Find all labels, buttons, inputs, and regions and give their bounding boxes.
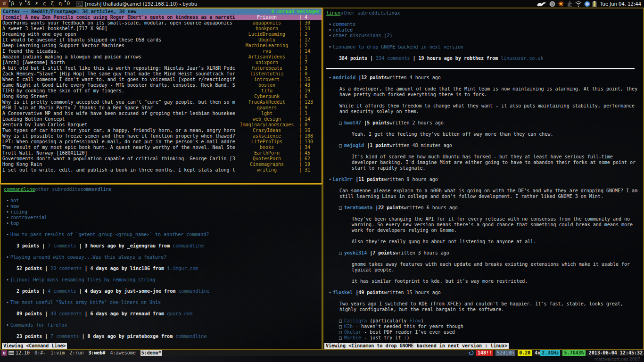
nav-link-other-discussions-2-[interactable]: other discussions (2) xyxy=(333,33,392,38)
tmux-window-5demo[interactable]: 5:demo* xyxy=(140,350,162,356)
sort-link-top[interactable]: top xyxy=(10,221,19,226)
post-source-link[interactable]: commandline xyxy=(173,243,204,248)
puzzle-icon[interactable] xyxy=(567,1,573,7)
post-link[interactable]: Commands for firefox xyxy=(10,322,67,328)
post-comments-link[interactable]: 4 comments xyxy=(48,288,76,294)
article-row[interactable]: A Conservative MP and his wife have been… xyxy=(1,111,322,116)
bird-icon[interactable] xyxy=(537,1,547,7)
article-row[interactable]: I set out to write, edit, and publish a … xyxy=(1,167,322,173)
article-row[interactable]: Why is it possible to freeze semen and t… xyxy=(1,133,322,139)
battery-icon[interactable] xyxy=(593,1,596,7)
article-row[interactable]: Dreaming with one eye openLucidDreaming|… xyxy=(1,32,322,37)
article-row[interactable]: Governments don't want a population capa… xyxy=(1,156,322,162)
tag-ς[interactable]: ς xyxy=(40,0,48,8)
comment-author[interactable]: bwat47 xyxy=(344,120,361,125)
tmux-window-1vim[interactable]: 1:vim xyxy=(50,350,65,356)
post-link[interactable]: Cinnamon to drop GNOME backend in next v… xyxy=(333,44,463,49)
article-row[interactable]: Deep Learning using Support Vector Machi… xyxy=(1,43,322,49)
tmux-window-0[interactable]: 0:#- xyxy=(34,350,46,356)
post-comments-link[interactable]: 7 comments xyxy=(50,334,79,339)
subreddit-link[interactable]: linux xyxy=(386,10,400,16)
article-row[interactable]: Hong Kong RainCinemagraphs| 19 xyxy=(1,162,322,167)
post-comments-link[interactable]: 40 comments xyxy=(50,311,82,316)
current-subreddit-tab[interactable]: commandline xyxy=(4,187,35,192)
article-title: [Arch] [Awesome] North xyxy=(2,60,235,66)
tmux-window-4awesome[interactable]: 4:awesome xyxy=(110,350,136,356)
wifi-icon[interactable] xyxy=(575,1,582,7)
article-row[interactable]: A sweet 3 level bookshelf.[717 X 960]boo… xyxy=(1,26,322,32)
nav-link-comments[interactable]: comments xyxy=(333,22,355,27)
comment-author[interactable]: yoshi314 xyxy=(344,250,367,255)
comment-author[interactable]: Lurk3rr xyxy=(333,177,353,182)
article-row[interactable]: Troll Wall, Norway [1680X1120]EarthPorn|… xyxy=(1,150,322,156)
meta-separator: | xyxy=(76,288,84,294)
article-row[interactable]: Zack Hemsey-"Slave" [Hip Hop] The same g… xyxy=(1,71,322,77)
article-row[interactable]: Amazon indians making a blowgun and pois… xyxy=(1,54,322,60)
comment: •Lurk3rr |11 pointswritten 9 hours agoCa… xyxy=(326,177,640,199)
post-comments-link[interactable]: 7 comments xyxy=(48,243,76,248)
software-link[interactable]: Calligra xyxy=(344,318,367,323)
article-row[interactable]: A bit old but i still feel like this is … xyxy=(1,66,322,71)
article-row[interactable]: TIFU by cooking the skin off of my finge… xyxy=(1,88,322,94)
comment-author[interactable]: teratomata xyxy=(344,205,372,210)
post-source-link[interactable]: commandline xyxy=(178,288,209,294)
software-link[interactable]: Flow xyxy=(409,318,421,323)
post-source-link[interactable]: quora.com xyxy=(167,311,192,316)
software-link[interactable]: K3b xyxy=(344,324,353,329)
article-row[interactable]: [Arch] [Awesome] Northunixporn| 7 xyxy=(1,60,322,66)
article-row[interactable]: Two types of car horns for your car, a h… xyxy=(1,128,322,133)
tag-ζ[interactable]: ζ xyxy=(48,0,56,8)
terminal-icon[interactable]: ›_ xyxy=(76,1,83,7)
article-subreddit: writing xyxy=(235,167,299,173)
post-comments-link[interactable]: 20 comments xyxy=(50,266,82,271)
comment-author[interactable]: floskel xyxy=(333,290,353,295)
article-row[interactable]: Game Night at Good Life every Tuesday - … xyxy=(1,82,322,88)
article-row[interactable]: Ventura by Juan Carlos BarquetImaginaryL… xyxy=(1,122,322,128)
current-subreddit-tab[interactable]: linux xyxy=(326,10,340,16)
tag-θ[interactable]: θ xyxy=(64,0,72,8)
comment-author[interactable]: andrioid xyxy=(333,75,355,80)
post-link[interactable]: How to pass results of `getent group <gr… xyxy=(10,232,209,237)
post-link[interactable]: The most useful "Swiss army knife" one-l… xyxy=(10,300,161,305)
subreddit-link[interactable]: commandline xyxy=(81,187,112,192)
tmux-window-3web[interactable]: 3:web# xyxy=(88,350,105,356)
spotify-icon[interactable] xyxy=(549,1,555,7)
article-row[interactable]: It would be awesome if Ubuntu shipped on… xyxy=(1,37,322,43)
tmux-window-2run[interactable]: 2:run xyxy=(69,350,83,356)
nav-link-related[interactable]: related xyxy=(333,27,353,33)
article-row-selected[interactable]: [comic] A new Zen Pencils comic using Ro… xyxy=(1,15,322,20)
article-row[interactable]: LPT: When composing a professional e-mai… xyxy=(1,139,322,145)
post-link[interactable]: [Linux] Help mass renaming files by remo… xyxy=(10,277,155,282)
tag-γ[interactable]: γ xyxy=(17,0,25,8)
post-points: 23 points xyxy=(17,334,42,339)
sort-link-controversial[interactable]: controversial xyxy=(10,215,47,220)
burst-icon[interactable] xyxy=(558,0,564,7)
article-row[interactable]: MFW I win at Mario Party 7 thanks to a R… xyxy=(1,105,322,111)
chromium-icon[interactable] xyxy=(584,1,590,7)
comment-author[interactable]: mejogid xyxy=(344,143,364,148)
article-row[interactable]: OpenFarms wants your feedback on its sma… xyxy=(1,20,322,26)
article-row[interactable]: Why is it pretty commonly accepted that … xyxy=(1,99,322,105)
tag-α[interactable]: α xyxy=(0,0,8,8)
tag-ε[interactable]: ε xyxy=(33,0,40,8)
sort-link-hot[interactable]: hot xyxy=(10,198,19,203)
post-comments-link[interactable]: 334 comments xyxy=(376,56,410,61)
tag-η[interactable]: η xyxy=(56,0,64,8)
software-link[interactable]: Marble xyxy=(344,335,361,340)
meta-separator: | xyxy=(79,334,87,339)
post-source-link[interactable]: linuxuser.co.uk xyxy=(501,56,543,61)
article-row[interactable]: Hong Kong StreetCyberpunk| 6 xyxy=(1,94,322,99)
article-row[interactable]: The result of my most epic book hunt. A … xyxy=(1,145,322,150)
sort-link-new[interactable]: new xyxy=(10,204,19,209)
byobu-menu-icon[interactable] xyxy=(8,351,14,355)
post-source-link[interactable]: i.imgur.com xyxy=(167,266,198,271)
post-source-link[interactable]: commandline xyxy=(175,334,206,339)
article-row[interactable]: Loading Button Conceptweb_design| 14 xyxy=(1,116,322,122)
tag-β[interactable]: β xyxy=(8,0,17,8)
article-row[interactable]: I found the cicadas.rva| 14 xyxy=(1,49,322,54)
sort-link-rising[interactable]: rising xyxy=(10,209,27,214)
tag-δ[interactable]: δ xyxy=(25,0,33,8)
post-link[interactable]: Playing around with cowsay...Was this al… xyxy=(10,255,166,260)
article-row[interactable]: When I call someone I don't want to, and… xyxy=(1,77,322,82)
software-link[interactable]: Okular xyxy=(344,329,361,335)
